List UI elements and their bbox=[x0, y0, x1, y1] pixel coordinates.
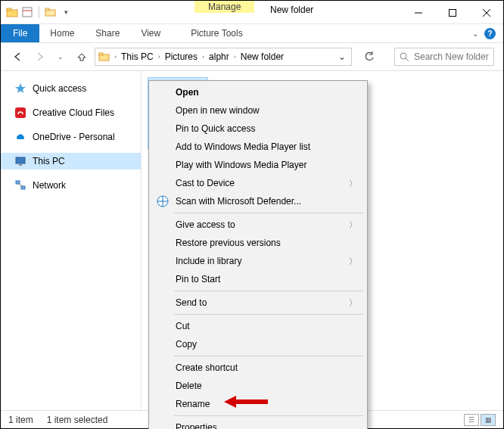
svg-marker-22 bbox=[224, 396, 236, 408]
svg-rect-17 bbox=[16, 181, 20, 184]
chevron-right-icon: 〉 bbox=[349, 256, 357, 267]
svg-rect-1 bbox=[7, 8, 11, 11]
chevron-right-icon[interactable]: › bbox=[232, 53, 238, 61]
menu-copy[interactable]: Copy bbox=[151, 335, 365, 353]
help-icon[interactable]: ? bbox=[484, 28, 496, 39]
chevron-right-icon: 〉 bbox=[349, 178, 357, 189]
sidebar-item-label: OneDrive - Personal bbox=[33, 132, 115, 142]
address-dropdown-icon[interactable]: ⌄ bbox=[335, 51, 349, 62]
sidebar-item-label: Creative Cloud Files bbox=[33, 107, 114, 118]
chevron-right-icon[interactable]: › bbox=[201, 53, 206, 61]
context-menu: Open Open in new window Pin to Quick acc… bbox=[148, 80, 368, 429]
status-selected-count: 1 item selected bbox=[47, 415, 108, 425]
view-thumbnails-button[interactable]: ▦ bbox=[481, 414, 496, 426]
menu-play-wmp[interactable]: Play with Windows Media Player bbox=[151, 156, 365, 174]
view-details-button[interactable]: ☰ bbox=[464, 414, 479, 426]
menu-properties[interactable]: Properties bbox=[151, 418, 365, 429]
sidebar-item-network[interactable]: Network bbox=[1, 177, 141, 194]
up-button[interactable] bbox=[73, 48, 90, 65]
menu-open-new-window[interactable]: Open in new window bbox=[151, 101, 365, 120]
menu-delete[interactable]: Delete bbox=[151, 377, 365, 395]
menu-open[interactable]: Open bbox=[151, 83, 365, 101]
svg-rect-14 bbox=[15, 107, 26, 118]
menu-restore-previous[interactable]: Restore previous versions bbox=[151, 234, 365, 252]
svg-rect-11 bbox=[99, 53, 103, 55]
address-folder-icon bbox=[98, 50, 111, 64]
ribbon-collapse-icon[interactable]: ⌄ bbox=[472, 30, 478, 38]
breadcrumb-seg[interactable]: This PC bbox=[120, 51, 155, 62]
search-icon bbox=[400, 52, 409, 62]
sidebar-item-creative-cloud[interactable]: Creative Cloud Files bbox=[1, 104, 141, 121]
tab-share[interactable]: Share bbox=[85, 24, 130, 42]
sidebar-item-label: Quick access bbox=[33, 83, 86, 94]
sidebar-item-label: This PC bbox=[33, 156, 65, 166]
svg-rect-16 bbox=[19, 164, 22, 166]
svg-rect-2 bbox=[23, 8, 32, 17]
back-button[interactable] bbox=[10, 48, 26, 65]
qat-newfolder-icon[interactable] bbox=[44, 4, 58, 20]
sidebar-item-this-pc[interactable]: This PC bbox=[1, 153, 141, 169]
window-title: New folder bbox=[257, 5, 313, 15]
sidebar: Quick access Creative Cloud Files OneDri… bbox=[1, 71, 142, 410]
explorer-window: ▾ Manage New folder File Home Share View… bbox=[1, 1, 503, 428]
navigation-bar: ⌄ › This PC › Pictures › alphr › New fol… bbox=[1, 43, 503, 70]
menu-add-wmp-list[interactable]: Add to Windows Media Player list bbox=[151, 138, 365, 156]
qat-dropdown-icon[interactable]: ▾ bbox=[59, 4, 73, 20]
search-placeholder: Search New folder bbox=[414, 51, 489, 62]
menu-cast-to-device[interactable]: Cast to Device〉 bbox=[151, 174, 365, 192]
ribbon-tabs: File Home Share View Picture Tools ⌄ ? bbox=[1, 24, 503, 43]
monitor-icon bbox=[14, 155, 26, 167]
breadcrumb-seg[interactable]: Pictures bbox=[163, 51, 199, 62]
tab-view[interactable]: View bbox=[130, 24, 171, 42]
search-input[interactable]: Search New folder bbox=[394, 48, 494, 66]
menu-scan-defender[interactable]: Scan with Microsoft Defender... bbox=[151, 192, 365, 210]
svg-rect-5 bbox=[45, 8, 49, 11]
svg-line-13 bbox=[406, 58, 409, 61]
star-icon bbox=[14, 82, 26, 95]
svg-rect-7 bbox=[449, 9, 456, 16]
annotation-arrow bbox=[224, 395, 269, 409]
maximize-button[interactable] bbox=[435, 1, 469, 24]
menu-send-to[interactable]: Send to〉 bbox=[151, 294, 365, 312]
chevron-right-icon: 〉 bbox=[349, 219, 357, 231]
titlebar: ▾ Manage New folder bbox=[1, 1, 503, 24]
qat-properties-icon[interactable] bbox=[20, 4, 34, 20]
svg-line-19 bbox=[18, 184, 23, 186]
minimize-button[interactable] bbox=[401, 1, 435, 24]
sidebar-item-onedrive[interactable]: OneDrive - Personal bbox=[1, 129, 141, 145]
menu-pin-quick-access[interactable]: Pin to Quick access bbox=[151, 120, 365, 138]
address-bar[interactable]: › This PC › Pictures › alphr › New folde… bbox=[95, 48, 352, 66]
menu-include-library[interactable]: Include in library〉 bbox=[151, 252, 365, 270]
menu-cut[interactable]: Cut bbox=[151, 317, 365, 335]
breadcrumb-seg[interactable]: alphr bbox=[207, 51, 231, 62]
forward-button[interactable] bbox=[31, 48, 48, 65]
tab-file[interactable]: File bbox=[1, 24, 39, 42]
svg-rect-15 bbox=[16, 157, 25, 163]
creative-cloud-icon bbox=[14, 107, 26, 119]
folder-icon bbox=[5, 4, 19, 20]
menu-give-access-to[interactable]: Give access to〉 bbox=[151, 216, 365, 234]
chevron-right-icon: 〉 bbox=[349, 297, 357, 309]
network-icon bbox=[14, 179, 26, 191]
svg-rect-18 bbox=[21, 186, 25, 189]
refresh-button[interactable] bbox=[359, 51, 379, 62]
tab-home[interactable]: Home bbox=[39, 24, 85, 42]
chevron-right-icon[interactable]: › bbox=[157, 53, 162, 61]
recent-dropdown[interactable]: ⌄ bbox=[52, 48, 69, 65]
status-item-count: 1 item bbox=[8, 415, 33, 425]
tab-picture-tools[interactable]: Picture Tools bbox=[180, 24, 253, 42]
breadcrumb-seg[interactable]: New folder bbox=[239, 51, 285, 62]
chevron-right-icon[interactable]: › bbox=[113, 53, 118, 61]
defender-icon bbox=[157, 195, 169, 207]
sidebar-item-quick-access[interactable]: Quick access bbox=[1, 80, 141, 97]
svg-point-12 bbox=[400, 53, 406, 59]
close-button[interactable] bbox=[469, 1, 503, 24]
menu-create-shortcut[interactable]: Create shortcut bbox=[151, 359, 365, 377]
contextual-tab-header: Manage bbox=[194, 1, 254, 13]
menu-pin-start[interactable]: Pin to Start bbox=[151, 270, 365, 288]
cloud-icon bbox=[14, 131, 26, 143]
sidebar-item-label: Network bbox=[33, 180, 66, 191]
